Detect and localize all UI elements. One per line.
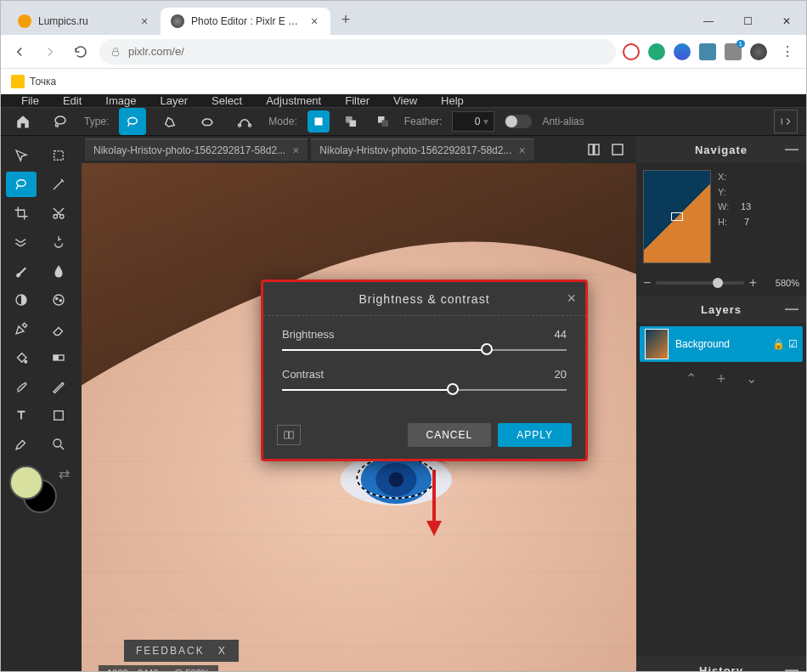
compare-toggle[interactable]: [277, 425, 301, 445]
wand-tool[interactable]: [43, 172, 74, 197]
menu-image[interactable]: Image: [93, 94, 148, 107]
close-window-button[interactable]: ✕: [767, 8, 806, 35]
layer-item[interactable]: Background 🔒 ☑: [640, 326, 803, 362]
liquify-tool[interactable]: [6, 229, 37, 255]
ext-icon[interactable]: 1: [725, 43, 742, 60]
menu-select[interactable]: Select: [200, 94, 254, 107]
home-button[interactable]: [9, 108, 37, 135]
eyedropper-tool[interactable]: [6, 432, 37, 457]
apply-button[interactable]: APPLY: [498, 423, 572, 447]
layout-tile-icon[interactable]: [584, 139, 604, 160]
ext-icon[interactable]: [674, 43, 691, 60]
maximize-button[interactable]: ☐: [728, 8, 767, 35]
collapse-icon[interactable]: —: [785, 663, 799, 671]
foreground-color[interactable]: [9, 466, 43, 500]
gradient-tool[interactable]: [43, 345, 74, 370]
close-icon[interactable]: X: [218, 645, 227, 657]
swap-colors-icon[interactable]: ⇄: [59, 466, 70, 482]
new-tab-button[interactable]: +: [334, 8, 358, 31]
dialog-title[interactable]: Brightness & contrast ×: [263, 282, 585, 316]
menu-help[interactable]: Help: [429, 94, 476, 107]
antialias-toggle[interactable]: [505, 115, 532, 128]
replace-color-tool[interactable]: [6, 374, 37, 399]
text-tool[interactable]: [6, 403, 37, 428]
doc-tab[interactable]: Nikolay-Hristov-photo-1562292817-58d2...…: [311, 138, 533, 161]
clone-tool[interactable]: [43, 229, 74, 255]
expand-panel-button[interactable]: [774, 110, 798, 133]
close-icon[interactable]: ×: [292, 144, 299, 157]
ext-icon[interactable]: [623, 43, 640, 60]
menu-file[interactable]: File: [9, 94, 51, 107]
shape-tool[interactable]: [43, 403, 74, 428]
fill-tool[interactable]: [6, 345, 37, 370]
lasso-bezier[interactable]: [231, 108, 258, 135]
ext-icon[interactable]: [699, 43, 716, 60]
ext-icon[interactable]: [648, 43, 665, 60]
brush-tool[interactable]: [6, 258, 37, 284]
blur-tool[interactable]: [43, 258, 74, 284]
feedback-button[interactable]: FEEDBACK X: [124, 640, 239, 662]
bookmark-item[interactable]: Точка: [30, 76, 56, 88]
back-button[interactable]: [8, 40, 31, 64]
cut-tool[interactable]: [43, 200, 74, 226]
eraser-tool[interactable]: [43, 316, 74, 342]
menu-adjustment[interactable]: Adjustment: [254, 94, 333, 107]
visibility-icon[interactable]: ☑: [788, 338, 798, 350]
brightness-slider[interactable]: [282, 349, 567, 351]
crop-tool[interactable]: [6, 200, 37, 226]
contrast-label: Contrast: [282, 368, 324, 381]
feather-label: Feather:: [404, 116, 443, 127]
menu-filter[interactable]: Filter: [333, 94, 381, 107]
minimize-button[interactable]: —: [689, 8, 728, 35]
mode-subtract[interactable]: [372, 110, 394, 133]
forward-button[interactable]: [38, 40, 62, 64]
close-icon[interactable]: ×: [308, 15, 320, 27]
zoom-tool[interactable]: [43, 432, 74, 457]
collapse-icon[interactable]: —: [785, 142, 799, 157]
move-tool[interactable]: [6, 143, 37, 168]
zoom-slider[interactable]: [656, 281, 743, 285]
close-icon[interactable]: ×: [138, 15, 150, 27]
lock-icon[interactable]: 🔒: [772, 338, 785, 350]
menu-button[interactable]: ⋮: [776, 40, 799, 64]
layout-single-icon[interactable]: [607, 139, 628, 160]
zoom-out-button[interactable]: −: [643, 275, 651, 291]
collapse-icon[interactable]: —: [785, 302, 799, 317]
avatar[interactable]: [750, 43, 767, 60]
tab-lumpics[interactable]: Lumpics.ru ×: [8, 8, 161, 35]
menu-layer[interactable]: Layer: [149, 94, 200, 107]
layer-up-button[interactable]: ⌃: [686, 370, 697, 388]
navigator-thumbnail[interactable]: [643, 170, 711, 263]
feather-input[interactable]: 0▾: [452, 111, 494, 132]
reload-button[interactable]: [69, 40, 93, 64]
doc-tab[interactable]: Nikolay-Hristov-photo-1562292817-58d2...…: [85, 138, 308, 161]
tab-pixlr[interactable]: Photo Editor : Pixlr E - free image ×: [161, 8, 330, 35]
lasso-polygon[interactable]: [156, 108, 183, 135]
svg-rect-5: [314, 118, 322, 126]
tab-title: Lumpics.ru: [38, 15, 132, 27]
mode-add[interactable]: [340, 110, 362, 133]
close-icon[interactable]: ×: [518, 144, 525, 157]
menu-edit[interactable]: Edit: [51, 94, 93, 107]
marquee-tool[interactable]: [43, 143, 74, 168]
pen-tool[interactable]: [6, 316, 37, 342]
zoom-in-button[interactable]: +: [749, 275, 757, 291]
mode-new[interactable]: [308, 110, 330, 133]
layer-down-button[interactable]: ⌄: [746, 370, 757, 388]
lasso-tool-icon[interactable]: [47, 108, 74, 135]
draw-tool[interactable]: [43, 374, 74, 399]
tab-title: Photo Editor : Pixlr E - free image: [191, 15, 302, 27]
lasso-tool[interactable]: [6, 172, 37, 197]
svg-rect-24: [612, 144, 623, 155]
add-layer-button[interactable]: +: [717, 370, 726, 388]
history-panel-header: History—: [636, 657, 806, 671]
cancel-button[interactable]: CANCEL: [408, 423, 492, 447]
lasso-magnetic[interactable]: [194, 108, 221, 135]
lasso-freehand[interactable]: [119, 108, 146, 135]
menu-view[interactable]: View: [381, 94, 429, 107]
dodge-tool[interactable]: [6, 287, 37, 313]
contrast-slider[interactable]: [282, 389, 567, 391]
url-input[interactable]: pixlr.com/e/: [99, 39, 616, 65]
sponge-tool[interactable]: [43, 287, 74, 313]
close-icon[interactable]: ×: [567, 290, 577, 308]
